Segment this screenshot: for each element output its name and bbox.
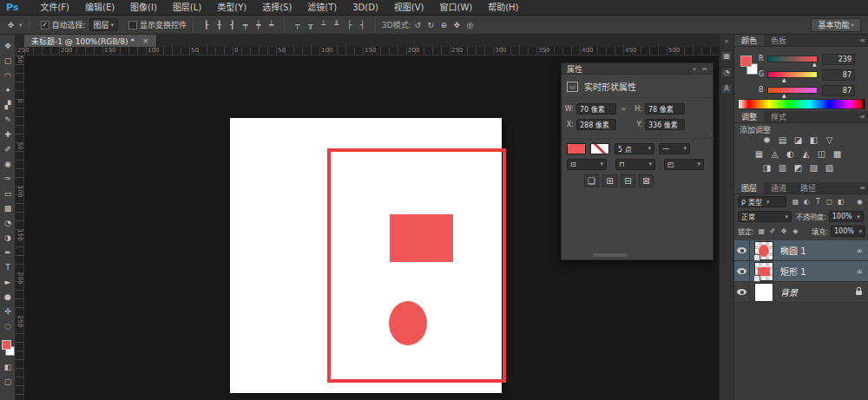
adjustment-icon[interactable]: ▽: [823, 134, 836, 146]
red-rectangle-shape[interactable]: [390, 214, 453, 262]
foreground-color-swatch-panel[interactable]: [740, 56, 752, 67]
tab-styles[interactable]: 样式: [764, 111, 793, 122]
auto-select-target-dropdown[interactable]: 图层 ▾: [89, 18, 119, 31]
panel-scrollbar[interactable]: [593, 253, 628, 257]
menu-item[interactable]: 滤镜(T): [299, 0, 345, 16]
distribute-icon[interactable]: ├: [343, 21, 356, 30]
3d-mode-icon[interactable]: ↻: [424, 21, 437, 30]
menu-item[interactable]: 图像(I): [122, 0, 165, 16]
tool-button[interactable]: ✥: [0, 38, 16, 53]
adjustment-icon[interactable]: ▧: [823, 162, 836, 174]
tool-preset-caret-icon[interactable]: ▾: [19, 22, 23, 29]
adjustment-icon[interactable]: ▥: [776, 162, 789, 174]
tool-button[interactable]: ✚: [0, 127, 16, 141]
align-icon[interactable]: ┨: [226, 21, 239, 30]
layer-filter-icon[interactable]: ▦: [790, 198, 801, 206]
menu-item[interactable]: 编辑(E): [77, 0, 122, 16]
align-icon[interactable]: ┿: [252, 21, 265, 30]
eye-icon[interactable]: [737, 268, 746, 274]
link-dimensions-icon[interactable]: ∞: [616, 105, 630, 113]
slider-thumb-icon[interactable]: ▲: [782, 92, 786, 98]
visibility-cell[interactable]: [734, 282, 750, 303]
layer-filter-dropdown[interactable]: ρ 类型 ▾: [738, 196, 786, 207]
pathfinder-button[interactable]: ⊞: [602, 174, 617, 187]
fill-color-swatch[interactable]: [567, 143, 586, 154]
layer-thumbnail[interactable]: [754, 241, 773, 260]
collapsed-panel-icon[interactable]: ▦: [720, 50, 733, 62]
auto-select-checkbox[interactable]: ✓: [41, 21, 49, 30]
stroke-width-dropdown[interactable]: 5 点 ▾: [615, 143, 654, 154]
tool-button[interactable]: ✎: [0, 112, 16, 127]
blend-mode-dropdown[interactable]: 正常 ▾: [738, 211, 792, 222]
tool-button[interactable]: ✒: [0, 245, 16, 259]
tool-button[interactable]: ◔: [0, 215, 16, 230]
slider-thumb-icon[interactable]: ▲: [782, 76, 786, 82]
adjustment-icon[interactable]: ▨: [807, 162, 820, 174]
layer-thumbnail[interactable]: [754, 262, 773, 281]
link-icon[interactable]: ∞: [857, 267, 864, 276]
tool-button[interactable]: ✐: [0, 141, 16, 156]
panel-menu-icon[interactable]: ≡: [859, 111, 868, 122]
adjustment-icon[interactable]: ▩: [831, 148, 844, 160]
tool-button[interactable]: ◠: [0, 68, 16, 82]
eye-icon[interactable]: [737, 247, 746, 253]
green-channel-value[interactable]: 87: [822, 69, 855, 81]
adjustment-icon[interactable]: ◧: [807, 134, 820, 146]
menu-item[interactable]: 窗口(W): [431, 0, 480, 16]
blue-channel-value[interactable]: 87: [822, 85, 855, 96]
foreground-color-swatch[interactable]: [2, 340, 11, 350]
fill-field[interactable]: 100% ▾: [831, 226, 865, 237]
tool-button[interactable]: ✑: [0, 171, 16, 186]
3d-mode-icon[interactable]: ◎: [464, 21, 477, 30]
menu-item[interactable]: 视图(V): [386, 0, 432, 16]
green-channel-slider[interactable]: [767, 71, 818, 78]
panel-menu-icon[interactable]: ≡: [859, 182, 868, 193]
rectangle-shape-stroked[interactable]: [327, 148, 506, 383]
adjustment-icon[interactable]: ◨: [760, 162, 773, 174]
adjustment-icon[interactable]: ✺: [760, 134, 773, 146]
show-transform-checkbox[interactable]: [128, 21, 137, 30]
close-icon[interactable]: ×: [142, 36, 149, 45]
tab-paths[interactable]: 路径: [793, 182, 823, 193]
tool-button[interactable]: ◌: [0, 318, 16, 333]
distribute-icon[interactable]: ┴: [317, 21, 330, 30]
layer-name[interactable]: 背景: [780, 285, 798, 298]
tool-button[interactable]: T: [0, 259, 16, 274]
width-field[interactable]: 70 像素: [576, 103, 616, 115]
stroke-style-dropdown[interactable]: — ▾: [659, 143, 690, 154]
menu-item[interactable]: 选择(S): [254, 0, 299, 16]
tab-adjustments[interactable]: 调整: [734, 111, 764, 122]
pathfinder-button[interactable]: ⊟: [621, 174, 635, 187]
red-channel-slider[interactable]: [767, 56, 818, 62]
adjustment-icon[interactable]: ◐: [784, 148, 797, 160]
stroke-color-swatch[interactable]: [590, 143, 609, 154]
align-icon[interactable]: ┷: [265, 21, 278, 30]
adjustment-icon[interactable]: ◪: [792, 134, 805, 146]
visibility-cell[interactable]: [734, 261, 750, 282]
quick-mask-icon[interactable]: ◧: [4, 363, 12, 371]
tool-button[interactable]: ◉: [0, 156, 16, 171]
tab-swatches[interactable]: 色板: [764, 35, 793, 46]
tool-button[interactable]: ✦: [0, 82, 16, 97]
filter-toggle-icon[interactable]: ◉: [854, 198, 865, 206]
distribute-icon[interactable]: ╥: [304, 21, 317, 30]
panel-menu-icon[interactable]: ≡: [859, 35, 868, 46]
stroke-align-dropdown[interactable]: ⊡ ▾: [567, 159, 607, 170]
tool-button[interactable]: ▢: [0, 53, 16, 68]
menu-item[interactable]: 帮助(H): [480, 0, 526, 16]
align-icon[interactable]: ┯: [239, 21, 252, 30]
layer-filter-icon[interactable]: ◐: [801, 198, 812, 206]
visibility-cell[interactable]: [734, 240, 750, 261]
stroke-cap-dropdown[interactable]: ⊓ ▾: [615, 159, 655, 170]
layer-name[interactable]: 椭圆 1: [780, 244, 806, 257]
tab-layers[interactable]: 图层: [734, 182, 764, 193]
adjustment-icon[interactable]: ◭: [799, 148, 812, 160]
move-tool-icon[interactable]: ✥: [4, 21, 17, 30]
menu-item[interactable]: 图层(L): [165, 0, 209, 16]
layer-name[interactable]: 矩形 1: [780, 265, 806, 278]
expand-panels-icon[interactable]: «: [725, 37, 729, 45]
distribute-icon[interactable]: ┤: [356, 21, 369, 30]
slider-thumb-icon[interactable]: ▲: [812, 61, 817, 67]
distribute-icon[interactable]: ╨: [330, 21, 343, 30]
workspace-switcher-button[interactable]: 基本功能 ▾: [811, 18, 861, 32]
